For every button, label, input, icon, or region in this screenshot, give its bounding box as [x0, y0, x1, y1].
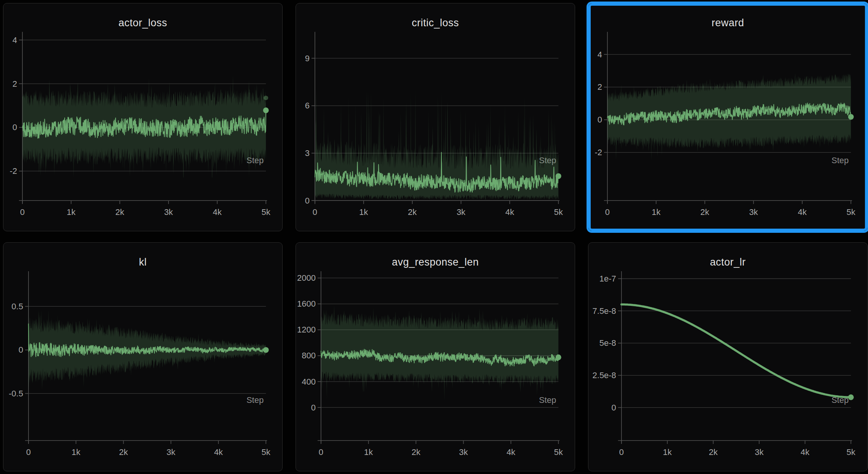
chart-plot-actor-loss[interactable]: 420-201k2k3k4k5kStep — [3, 3, 282, 231]
svg-text:-2: -2 — [10, 166, 17, 176]
svg-text:0: 0 — [305, 196, 310, 205]
svg-text:0: 0 — [13, 122, 17, 132]
svg-text:0: 0 — [26, 447, 31, 457]
svg-text:2000: 2000 — [297, 273, 316, 283]
svg-text:5k: 5k — [554, 207, 563, 217]
svg-text:3k: 3k — [456, 207, 465, 217]
svg-text:5k: 5k — [847, 447, 856, 457]
svg-text:2k: 2k — [115, 207, 124, 217]
svg-text:1k: 1k — [663, 447, 672, 457]
svg-text:2: 2 — [598, 82, 602, 92]
svg-text:3: 3 — [305, 148, 310, 158]
svg-text:7.5e-8: 7.5e-8 — [593, 306, 616, 316]
svg-text:Step: Step — [539, 395, 556, 405]
svg-text:2k: 2k — [119, 447, 128, 457]
chart-panel-actor-loss[interactable]: actor_loss 420-201k2k3k4k5kStep — [3, 3, 283, 231]
svg-text:3k: 3k — [459, 447, 468, 457]
svg-text:0: 0 — [319, 447, 323, 457]
svg-text:4k: 4k — [801, 447, 810, 457]
chart-panel-avg-response-len[interactable]: avg_response_len 200016001200800400001k2… — [296, 242, 575, 471]
svg-text:3k: 3k — [755, 447, 764, 457]
svg-text:0: 0 — [19, 345, 23, 355]
chart-panel-reward[interactable]: reward 420-201k2k3k4k5kStep — [588, 3, 868, 231]
svg-text:4k: 4k — [798, 207, 806, 217]
svg-text:5k: 5k — [847, 207, 855, 217]
svg-text:5e-8: 5e-8 — [599, 338, 616, 348]
svg-text:0: 0 — [598, 115, 602, 124]
svg-text:3k: 3k — [749, 207, 758, 217]
svg-text:9: 9 — [305, 54, 310, 63]
svg-text:4: 4 — [13, 35, 17, 45]
chart-plot-kl[interactable]: 0.50-0.501k2k3k4k5kStep — [3, 243, 282, 471]
chart-plot-actor-lr[interactable]: 1e-77.5e-85e-82.5e-8001k2k3k4k5kStep — [588, 243, 867, 471]
svg-text:5k: 5k — [554, 447, 563, 457]
svg-text:0: 0 — [311, 403, 316, 412]
svg-text:1200: 1200 — [297, 325, 316, 334]
svg-text:2: 2 — [13, 79, 17, 89]
chart-plot-reward[interactable]: 420-201k2k3k4k5kStep — [588, 3, 867, 231]
svg-text:Step: Step — [246, 395, 264, 405]
svg-text:2k: 2k — [412, 447, 421, 457]
svg-text:1k: 1k — [67, 207, 75, 217]
dashboard-chart-grid: actor_loss 420-201k2k3k4k5kStep critic_l… — [0, 0, 868, 474]
svg-text:800: 800 — [302, 351, 316, 360]
svg-text:2k: 2k — [700, 207, 709, 217]
svg-text:2.5e-8: 2.5e-8 — [593, 371, 616, 380]
svg-text:4k: 4k — [214, 447, 223, 457]
chart-panel-kl[interactable]: kl 0.50-0.501k2k3k4k5kStep — [3, 242, 283, 471]
svg-text:0: 0 — [605, 207, 610, 217]
svg-text:Step: Step — [831, 156, 849, 165]
svg-text:5k: 5k — [262, 207, 270, 217]
svg-text:400: 400 — [302, 377, 316, 387]
svg-text:1k: 1k — [364, 447, 373, 457]
chart-panel-critic-loss[interactable]: critic_loss 963001k2k3k4k5kStep — [296, 3, 575, 231]
svg-text:1600: 1600 — [297, 299, 316, 309]
svg-text:-0.5: -0.5 — [9, 389, 23, 398]
svg-text:0: 0 — [612, 403, 616, 412]
svg-text:1k: 1k — [72, 447, 81, 457]
svg-text:4k: 4k — [213, 207, 221, 217]
svg-text:0: 0 — [619, 447, 624, 457]
svg-text:3k: 3k — [164, 207, 173, 217]
svg-text:4k: 4k — [505, 207, 514, 217]
svg-text:4: 4 — [598, 50, 602, 59]
svg-text:-2: -2 — [595, 148, 602, 157]
svg-text:2k: 2k — [709, 447, 718, 457]
svg-text:0: 0 — [313, 207, 317, 217]
chart-panel-actor-lr[interactable]: actor_lr 1e-77.5e-85e-82.5e-8001k2k3k4k5… — [588, 242, 868, 471]
svg-text:1k: 1k — [359, 207, 368, 217]
svg-text:1k: 1k — [652, 207, 660, 217]
svg-text:6: 6 — [305, 101, 310, 110]
chart-plot-avg-response-len[interactable]: 200016001200800400001k2k3k4k5kStep — [296, 243, 575, 471]
svg-text:4k: 4k — [507, 447, 516, 457]
svg-text:0.5: 0.5 — [11, 302, 23, 311]
svg-text:2k: 2k — [408, 207, 417, 217]
svg-text:5k: 5k — [262, 447, 271, 457]
chart-plot-critic-loss[interactable]: 963001k2k3k4k5kStep — [296, 3, 575, 231]
svg-text:0: 0 — [20, 207, 25, 217]
svg-text:1e-7: 1e-7 — [599, 274, 616, 283]
svg-text:3k: 3k — [167, 447, 176, 457]
